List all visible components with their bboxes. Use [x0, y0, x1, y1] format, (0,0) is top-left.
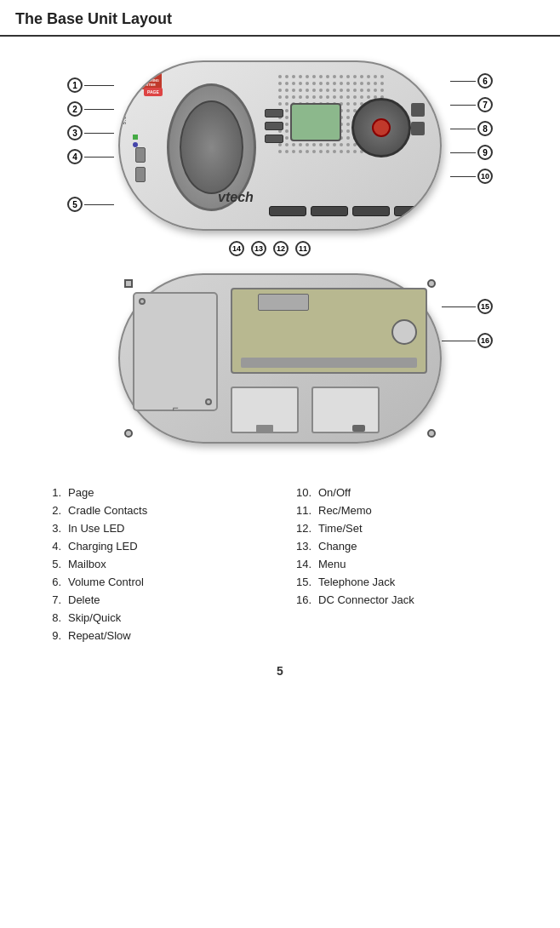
circuit-board: [231, 288, 427, 374]
item-text: Volume Control: [68, 576, 144, 588]
callout-12: 12: [273, 241, 289, 256]
connector-strip: [258, 294, 309, 311]
item-num: 16.: [293, 593, 311, 606]
speaker-dot: [326, 89, 329, 92]
speaker-dot: [340, 143, 343, 146]
list-item: 11. Rec/Memo: [293, 504, 517, 517]
list-item: 6. Volume Control: [43, 576, 267, 588]
pager-button: PAGE: [144, 88, 163, 96]
item-text: In Use LED: [68, 522, 124, 535]
item-text: Repeat/Slow: [68, 629, 131, 642]
page-header: The Base Unit Layout: [0, 0, 560, 37]
speaker-dot: [306, 89, 309, 92]
callout-10: 10: [477, 169, 493, 184]
speaker-dot: [292, 95, 295, 99]
list-item: 12. Time/Set: [293, 522, 517, 535]
item-text: Rec/Memo: [318, 504, 372, 517]
component-circle: [391, 319, 417, 345]
speaker-dot: [367, 95, 370, 99]
speaker-dot: [353, 150, 357, 153]
callout-16-group: 16: [442, 333, 493, 348]
speaker-dot: [306, 82, 309, 85]
speaker-dot: [319, 150, 323, 153]
speaker-dot: [346, 129, 350, 133]
item-text: Telephone Jack: [318, 576, 395, 588]
connector-box-2: [311, 387, 380, 433]
callout-15-group: 15: [442, 299, 493, 314]
item-num: 12.: [293, 522, 311, 535]
speaker-dot: [353, 75, 357, 78]
btn-r2: [411, 122, 425, 135]
speaker-dot: [292, 150, 295, 153]
item-num: 15.: [293, 576, 311, 588]
item-text: Page: [68, 486, 94, 499]
callout-5-line: [84, 204, 114, 205]
speaker-dot: [278, 75, 282, 78]
callout-8: 8: [477, 121, 493, 136]
btn-mailbox3: [265, 135, 283, 143]
speaker-dot: [346, 95, 350, 99]
ghz-label: 5.8GHz: [122, 105, 127, 124]
list-item: 13. Change: [293, 540, 517, 553]
connector-bar: [241, 358, 417, 368]
list-item: 3. In Use LED: [43, 522, 267, 535]
speaker-dot: [278, 150, 282, 153]
list-left-column: 1. Page 2. Cradle Contacts 3. In Use LED…: [43, 486, 267, 647]
screw-2: [205, 398, 212, 405]
top-diagram: DIGITALANSWERINGSYSTEM 5.8GHz PAGE: [67, 52, 493, 256]
speaker-dot: [353, 102, 357, 106]
speaker-dot: [278, 95, 282, 99]
item-text: Delete: [68, 593, 100, 606]
list-item: 9. Repeat/Slow: [43, 629, 267, 642]
item-text: Change: [318, 540, 357, 553]
item-text: Charging LED: [68, 540, 138, 553]
callout-10-group: 10: [450, 169, 493, 184]
callout-1-line: [84, 85, 114, 86]
item-num: 8.: [43, 611, 61, 624]
callout-5: 5: [67, 197, 83, 212]
speaker-dot: [285, 116, 289, 119]
speaker-dot: [346, 75, 350, 78]
left-control-buttons: [265, 109, 283, 143]
speaker-dot: [312, 150, 316, 153]
item-text: On/Off: [318, 486, 351, 499]
item-num: 10.: [293, 486, 311, 499]
callout-9-group: 9: [450, 145, 493, 160]
speaker-dot: [319, 89, 323, 92]
led-2: [133, 142, 138, 147]
speaker-dot: [285, 102, 289, 106]
item-text: Mailbox: [68, 558, 106, 570]
callout-4-line: [84, 157, 114, 158]
speaker-dot: [312, 143, 316, 146]
speaker-dot: [346, 82, 350, 85]
speaker-dot: [299, 89, 302, 92]
btn-mailbox: [265, 109, 283, 117]
speaker-dot: [374, 75, 377, 78]
item-text: Skip/Quick: [68, 611, 121, 624]
speaker-dot: [346, 102, 350, 106]
screw-1: [139, 298, 146, 305]
speaker-dot: [340, 82, 343, 85]
speaker-dot: [312, 89, 316, 92]
speaker-dot: [380, 75, 384, 78]
speaker-dot: [299, 95, 302, 99]
speaker-dot: [333, 95, 336, 99]
item-num: 13.: [293, 540, 311, 553]
callout-10-line: [450, 176, 476, 177]
handset-inner: [180, 100, 243, 194]
nav-center-btn: [372, 118, 391, 137]
bottom-diagram: ⌐: [67, 265, 493, 461]
speaker-dot: [299, 75, 302, 78]
speaker-dot: [319, 82, 323, 85]
callout-8-line: [450, 129, 476, 129]
item-text: Time/Set: [318, 522, 363, 535]
callout-9: 9: [477, 145, 493, 160]
speaker-dot: [306, 150, 309, 153]
speaker-dot: [367, 75, 370, 78]
screw-tr: [427, 279, 436, 288]
vtech-logo: vtech: [218, 190, 254, 205]
callout-16-line: [442, 341, 476, 341]
callout-1-group: 1: [67, 77, 114, 93]
diagrams-area: DIGITALANSWERINGSYSTEM 5.8GHz PAGE: [0, 43, 560, 461]
speaker-dot: [346, 123, 350, 126]
